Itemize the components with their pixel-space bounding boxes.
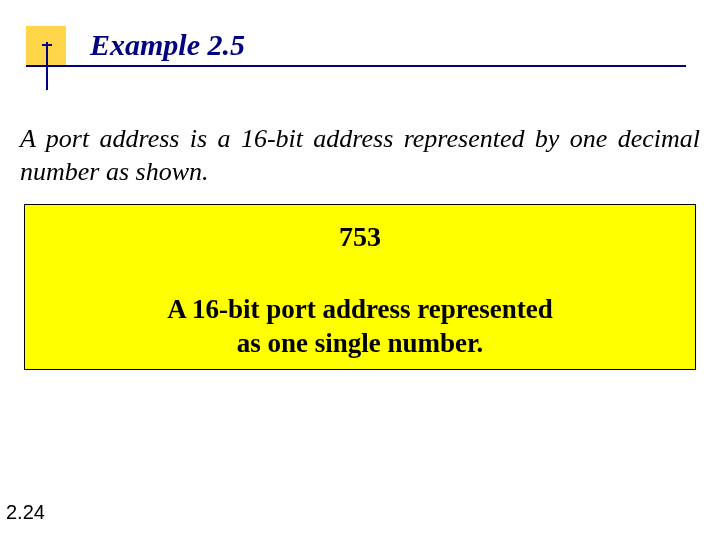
page-number: 2.24 — [6, 501, 45, 524]
desc-line-1: A 16-bit port address represented — [167, 294, 553, 324]
title-vertical-rule — [46, 42, 48, 90]
body-paragraph: A port address is a 16-bit address repre… — [20, 123, 700, 188]
title-area: Example 2.5 — [0, 10, 720, 90]
slide-title: Example 2.5 — [90, 28, 245, 62]
slide: Example 2.5 A port address is a 16-bit a… — [0, 0, 720, 540]
port-address-description: A 16-bit port address represented as one… — [25, 293, 695, 361]
desc-line-2: as one single number. — [237, 328, 484, 358]
title-horizontal-rule — [26, 65, 686, 67]
title-tick-mark — [42, 44, 52, 46]
port-address-value: 753 — [25, 221, 695, 253]
highlight-box: 753 A 16-bit port address represented as… — [24, 204, 696, 370]
